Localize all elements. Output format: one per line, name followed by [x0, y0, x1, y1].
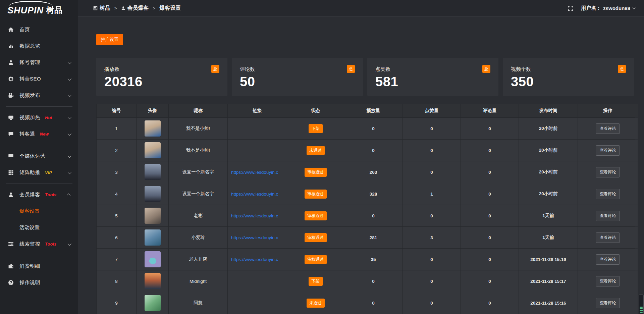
row-id-cell: 2	[97, 140, 136, 161]
view-comments-button[interactable]: 查看评论	[596, 123, 620, 134]
video-link[interactable]: https://www.iesdouyin.c	[231, 192, 278, 197]
view-comments-button[interactable]: 查看评论	[596, 232, 620, 243]
status-cell: 下架	[287, 118, 344, 139]
avatar	[145, 208, 161, 224]
user-menu[interactable]: 用户名： zswodun88	[581, 5, 635, 11]
action-cell: 查看评论	[578, 292, 638, 314]
avatar	[145, 186, 161, 202]
promo-settings-button[interactable]: 推广设置	[96, 34, 123, 45]
status-cell: 审核通过	[287, 227, 344, 248]
avatar-cell	[137, 161, 168, 183]
widget-bar	[640, 308, 643, 309]
video-link[interactable]: https://www.iesdouyin.c	[231, 235, 278, 240]
comments-cell: 0	[461, 161, 519, 183]
menu-divider	[6, 184, 72, 184]
status-cell: 审核通过	[287, 205, 344, 226]
sidebar-item-data-overview[interactable]: 数据总览	[0, 38, 78, 54]
sidebar-item-clue-monitor[interactable]: 线索监控 Tools	[0, 236, 78, 252]
sidebar-item-omni-media[interactable]: 全媒体运营	[0, 148, 78, 164]
likes-cell: 0	[403, 205, 461, 226]
link-cell	[228, 140, 287, 161]
menu-divider	[6, 106, 72, 107]
stat-total-badge: 总	[347, 65, 355, 73]
sidebar-item-douyin-seo[interactable]: 抖音SEO	[0, 71, 78, 87]
avatar	[145, 229, 161, 246]
sidebar-item-account-management[interactable]: 账号管理	[0, 54, 78, 71]
action-cell: 查看评论	[578, 118, 638, 139]
breadcrumb-item-baoke-settings[interactable]: 爆客设置	[159, 5, 181, 12]
view-comments-button[interactable]: 查看评论	[596, 276, 620, 286]
sidebar-item-matrix-boost[interactable]: 矩阵助推 VIP	[0, 164, 78, 181]
widget-bar	[640, 310, 643, 311]
nickname-cell: 老人开店	[169, 249, 227, 270]
stat-value: 350	[511, 74, 626, 89]
table-body: 1我不是小帅!下架00020小时前查看评论2我不是小帅!未通过00020小时前查…	[97, 118, 635, 314]
view-comments-button[interactable]: 查看评论	[596, 167, 620, 177]
sidebar-item-label: 会员爆客	[19, 192, 40, 198]
avatar-cell	[137, 292, 168, 314]
sidebar-item-video-publish[interactable]: 视频发布	[0, 87, 78, 104]
table-row: 2我不是小帅!未通过00020小时前查看评论	[97, 140, 635, 161]
avatar	[145, 273, 161, 289]
row-id-cell: 1	[97, 118, 136, 139]
question-icon	[8, 280, 14, 285]
action-cell: 查看评论	[578, 161, 638, 183]
stat-label: 点赞数	[375, 66, 490, 72]
fullscreen-icon[interactable]	[568, 5, 574, 11]
widget-bar	[640, 307, 643, 308]
stat-card: 视频个数 350 总	[503, 58, 634, 96]
video-link[interactable]: https://www.iesdouyin.c	[231, 213, 278, 218]
chevron-down-icon	[68, 93, 71, 97]
stat-label: 视频个数	[511, 66, 626, 72]
video-link[interactable]: https://www.iesdouyin.c	[231, 257, 278, 262]
app-logo[interactable]: SHUPIN 树品	[0, 0, 78, 17]
sidebar-subitem-activity-settings[interactable]: 活动设置	[0, 219, 78, 236]
breadcrumb-item-member-baoke[interactable]: 会员爆客	[121, 5, 149, 12]
menu-divider	[6, 255, 72, 255]
sidebar-item-tag: Tools	[45, 192, 56, 197]
column-header: 昵称	[169, 104, 227, 117]
action-cell: 查看评论	[578, 249, 638, 270]
comments-cell: 0	[461, 140, 519, 161]
view-comments-button[interactable]: 查看评论	[596, 189, 620, 199]
view-comments-button[interactable]: 查看评论	[596, 145, 620, 156]
sidebar-item-consumption-detail[interactable]: 消费明细	[0, 258, 78, 274]
breadcrumb-item-shupin[interactable]: 树品	[93, 5, 110, 12]
table-row: 9阿慧未通过0002021-11-28 15:16查看评论	[97, 292, 635, 314]
stat-total-badge: 总	[618, 65, 626, 73]
sidebar-subitem-baoke-settings[interactable]: 爆客设置	[0, 203, 78, 219]
avatar-cell	[137, 183, 168, 205]
plays-cell: 0	[344, 118, 402, 139]
link-cell	[228, 118, 287, 139]
table-row: 4设置一个新名字https://www.iesdouyin.c审核通过32810…	[97, 183, 635, 205]
publish-time-cell: 20小时前	[519, 140, 578, 161]
sidebar-item-label: 抖客通	[19, 131, 35, 137]
sidebar-item-label: 账号管理	[19, 59, 40, 66]
main-content: 推广设置 播放数 20316 总 评论数 50 总 点赞数 581 总 视频个数…	[78, 17, 644, 314]
likes-cell: 0	[403, 249, 461, 270]
column-header: 发布时间	[519, 104, 578, 117]
sidebar-item-douketong[interactable]: 抖客通 New	[0, 126, 78, 142]
view-comments-button[interactable]: 查看评论	[596, 298, 620, 308]
view-comments-button[interactable]: 查看评论	[596, 211, 620, 221]
view-comments-button[interactable]: 查看评论	[596, 254, 620, 265]
chevron-down-icon	[68, 76, 71, 80]
likes-cell: 0	[403, 292, 461, 314]
wallet-icon	[8, 263, 14, 269]
publish-time-cell: 20小时前	[519, 118, 578, 139]
plays-cell: 263	[344, 161, 402, 183]
sidebar-item-home[interactable]: 首页	[0, 21, 78, 38]
status-cell: 审核通过	[287, 249, 344, 270]
nickname-cell: 设置一个新名字	[169, 161, 227, 183]
sidebar-item-member-baoke[interactable]: 会员爆客 Tools	[0, 187, 78, 203]
floating-widget[interactable]	[639, 295, 644, 314]
avatar-cell	[137, 227, 168, 248]
chevron-down-icon	[632, 6, 636, 9]
sidebar-item-video-heating[interactable]: 视频加热 Hot	[0, 109, 78, 126]
stat-card: 播放数 20316 总	[96, 58, 227, 96]
sidebar-item-operation-guide[interactable]: 操作说明	[0, 274, 78, 291]
sidebar-item-label: 首页	[19, 27, 30, 33]
link-cell: https://www.iesdouyin.c	[228, 227, 287, 248]
video-link[interactable]: https://www.iesdouyin.c	[231, 170, 278, 175]
status-badge: 审核通过	[305, 233, 327, 242]
